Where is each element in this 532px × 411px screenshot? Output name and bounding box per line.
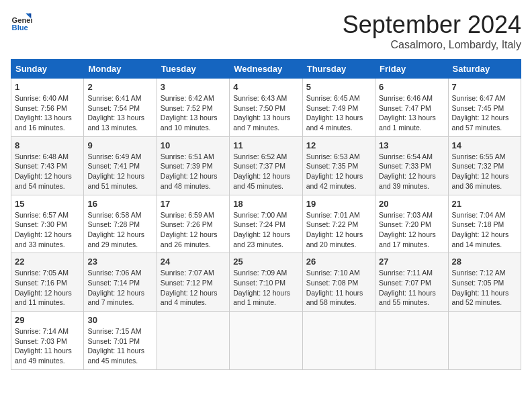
table-row: 7 Sunrise: 6:47 AMSunset: 7:45 PMDayligh… (448, 79, 521, 137)
col-sunday: Sunday (11, 60, 84, 79)
day-info: Sunrise: 7:15 AMSunset: 7:01 PMDaylight:… (87, 326, 152, 366)
day-info: Sunrise: 6:48 AMSunset: 7:43 PMDaylight:… (15, 152, 80, 191)
table-row: 3 Sunrise: 6:42 AMSunset: 7:52 PMDayligh… (157, 79, 229, 137)
day-number: 15 (15, 199, 80, 209)
day-info: Sunrise: 7:03 AMSunset: 7:20 PMDaylight:… (379, 210, 444, 250)
table-row: 14 Sunrise: 6:55 AMSunset: 7:32 PMDaylig… (448, 136, 521, 195)
table-row (157, 312, 229, 370)
day-number: 30 (87, 315, 152, 325)
day-number: 2 (87, 82, 152, 92)
title-area: September 2024 Casalmoro, Lombardy, Ital… (343, 11, 521, 51)
day-number: 9 (87, 140, 152, 150)
col-monday: Monday (84, 60, 157, 79)
day-info: Sunrise: 6:46 AMSunset: 7:47 PMDaylight:… (379, 93, 444, 133)
day-number: 3 (161, 82, 226, 92)
day-info: Sunrise: 7:04 AMSunset: 7:18 PMDaylight:… (452, 210, 517, 250)
col-wednesday: Wednesday (230, 60, 302, 79)
day-number: 25 (233, 257, 298, 267)
day-info: Sunrise: 6:45 AMSunset: 7:49 PMDaylight:… (306, 93, 371, 133)
day-info: Sunrise: 6:55 AMSunset: 7:32 PMDaylight:… (452, 152, 517, 191)
day-info: Sunrise: 7:07 AMSunset: 7:12 PMDaylight:… (161, 268, 226, 308)
day-number: 29 (15, 315, 80, 325)
col-thursday: Thursday (302, 60, 375, 79)
table-row: 1 Sunrise: 6:40 AMSunset: 7:56 PMDayligh… (11, 79, 84, 137)
day-info: Sunrise: 6:41 AMSunset: 7:54 PMDaylight:… (87, 93, 152, 133)
day-info: Sunrise: 7:05 AMSunset: 7:16 PMDaylight:… (15, 268, 80, 308)
table-row: 20 Sunrise: 7:03 AMSunset: 7:20 PMDaylig… (375, 195, 448, 253)
table-row (302, 312, 375, 370)
table-row: 9 Sunrise: 6:49 AMSunset: 7:41 PMDayligh… (84, 136, 157, 195)
table-row: 24 Sunrise: 7:07 AMSunset: 7:12 PMDaylig… (157, 253, 229, 312)
svg-text:General: General (12, 16, 32, 24)
day-info: Sunrise: 6:49 AMSunset: 7:41 PMDaylight:… (87, 152, 152, 191)
table-row: 11 Sunrise: 6:52 AMSunset: 7:37 PMDaylig… (230, 136, 302, 195)
day-info: Sunrise: 6:58 AMSunset: 7:28 PMDaylight:… (87, 210, 152, 250)
table-row: 26 Sunrise: 7:10 AMSunset: 7:08 PMDaylig… (302, 253, 375, 312)
day-info: Sunrise: 7:09 AMSunset: 7:10 PMDaylight:… (233, 268, 298, 308)
table-row (230, 312, 302, 370)
table-row: 13 Sunrise: 6:54 AMSunset: 7:33 PMDaylig… (375, 136, 448, 195)
col-saturday: Saturday (448, 60, 521, 79)
table-row: 25 Sunrise: 7:09 AMSunset: 7:10 PMDaylig… (230, 253, 302, 312)
day-info: Sunrise: 6:53 AMSunset: 7:35 PMDaylight:… (306, 152, 371, 191)
table-row (448, 312, 521, 370)
day-number: 11 (233, 140, 298, 150)
table-row: 28 Sunrise: 7:12 AMSunset: 7:05 PMDaylig… (448, 253, 521, 312)
day-info: Sunrise: 7:06 AMSunset: 7:14 PMDaylight:… (87, 268, 152, 308)
day-number: 10 (161, 140, 226, 150)
day-info: Sunrise: 6:51 AMSunset: 7:39 PMDaylight:… (161, 152, 226, 191)
day-number: 27 (379, 257, 444, 267)
table-row: 30 Sunrise: 7:15 AMSunset: 7:01 PMDaylig… (84, 312, 157, 370)
day-number: 17 (161, 199, 226, 209)
table-row: 21 Sunrise: 7:04 AMSunset: 7:18 PMDaylig… (448, 195, 521, 253)
col-tuesday: Tuesday (157, 60, 229, 79)
day-number: 4 (233, 82, 298, 92)
calendar-header-row: Sunday Monday Tuesday Wednesday Thursday… (11, 60, 521, 79)
logo: General Blue (11, 11, 35, 32)
table-row: 6 Sunrise: 6:46 AMSunset: 7:47 PMDayligh… (375, 79, 448, 137)
day-info: Sunrise: 6:57 AMSunset: 7:30 PMDaylight:… (15, 210, 80, 250)
day-number: 16 (87, 199, 152, 209)
day-number: 5 (306, 82, 371, 92)
table-row: 22 Sunrise: 7:05 AMSunset: 7:16 PMDaylig… (11, 253, 84, 312)
col-friday: Friday (375, 60, 448, 79)
day-number: 13 (379, 140, 444, 150)
day-number: 8 (15, 140, 80, 150)
day-info: Sunrise: 6:40 AMSunset: 7:56 PMDaylight:… (15, 93, 80, 133)
day-info: Sunrise: 6:42 AMSunset: 7:52 PMDaylight:… (161, 93, 226, 133)
day-number: 12 (306, 140, 371, 150)
day-number: 24 (161, 257, 226, 267)
svg-text:Blue: Blue (12, 24, 28, 32)
day-info: Sunrise: 7:00 AMSunset: 7:24 PMDaylight:… (233, 210, 298, 250)
day-info: Sunrise: 6:43 AMSunset: 7:50 PMDaylight:… (233, 93, 298, 133)
day-number: 21 (452, 199, 517, 209)
day-info: Sunrise: 7:12 AMSunset: 7:05 PMDaylight:… (452, 268, 517, 308)
day-number: 1 (15, 82, 80, 92)
day-number: 18 (233, 199, 298, 209)
day-number: 20 (379, 199, 444, 209)
table-row: 16 Sunrise: 6:58 AMSunset: 7:28 PMDaylig… (84, 195, 157, 253)
table-row: 18 Sunrise: 7:00 AMSunset: 7:24 PMDaylig… (230, 195, 302, 253)
logo-icon: General Blue (11, 11, 32, 32)
table-row: 19 Sunrise: 7:01 AMSunset: 7:22 PMDaylig… (302, 195, 375, 253)
day-info: Sunrise: 7:14 AMSunset: 7:03 PMDaylight:… (15, 326, 80, 366)
day-number: 6 (379, 82, 444, 92)
day-number: 28 (452, 257, 517, 267)
day-info: Sunrise: 7:01 AMSunset: 7:22 PMDaylight:… (306, 210, 371, 250)
day-info: Sunrise: 6:59 AMSunset: 7:26 PMDaylight:… (161, 210, 226, 250)
day-number: 19 (306, 199, 371, 209)
table-row: 29 Sunrise: 7:14 AMSunset: 7:03 PMDaylig… (11, 312, 84, 370)
table-row: 23 Sunrise: 7:06 AMSunset: 7:14 PMDaylig… (84, 253, 157, 312)
table-row (375, 312, 448, 370)
table-row: 15 Sunrise: 6:57 AMSunset: 7:30 PMDaylig… (11, 195, 84, 253)
day-number: 7 (452, 82, 517, 92)
table-row: 2 Sunrise: 6:41 AMSunset: 7:54 PMDayligh… (84, 79, 157, 137)
table-row: 27 Sunrise: 7:11 AMSunset: 7:07 PMDaylig… (375, 253, 448, 312)
table-row: 10 Sunrise: 6:51 AMSunset: 7:39 PMDaylig… (157, 136, 229, 195)
table-row: 17 Sunrise: 6:59 AMSunset: 7:26 PMDaylig… (157, 195, 229, 253)
day-number: 14 (452, 140, 517, 150)
day-info: Sunrise: 7:11 AMSunset: 7:07 PMDaylight:… (379, 268, 444, 308)
day-number: 22 (15, 257, 80, 267)
table-row: 8 Sunrise: 6:48 AMSunset: 7:43 PMDayligh… (11, 136, 84, 195)
month-title: September 2024 (343, 11, 521, 39)
